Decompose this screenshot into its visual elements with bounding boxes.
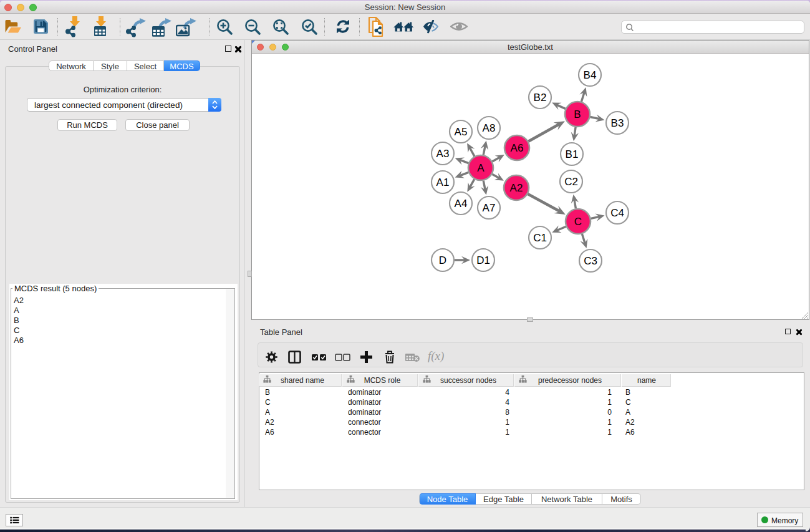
svg-text:C: C <box>574 216 582 228</box>
svg-text:D1: D1 <box>476 254 490 266</box>
svg-text:B1: B1 <box>566 148 579 160</box>
svg-text:C1: C1 <box>533 232 547 244</box>
svg-text:B4: B4 <box>584 69 597 81</box>
svg-text:A3: A3 <box>436 148 450 160</box>
svg-text:A8: A8 <box>483 122 496 134</box>
svg-text:A7: A7 <box>483 202 496 214</box>
svg-text:D: D <box>439 254 446 266</box>
svg-text:A4: A4 <box>455 198 468 210</box>
svg-text:C4: C4 <box>610 207 624 219</box>
svg-text:A: A <box>477 162 485 174</box>
svg-text:A6: A6 <box>511 142 524 154</box>
svg-text:C3: C3 <box>584 255 597 267</box>
svg-text:C2: C2 <box>564 176 578 188</box>
svg-text:B2: B2 <box>534 92 547 104</box>
svg-text:A1: A1 <box>436 177 450 188</box>
svg-text:A5: A5 <box>455 126 468 138</box>
svg-text:B: B <box>574 109 581 120</box>
svg-text:A2: A2 <box>510 182 523 194</box>
svg-text:B3: B3 <box>611 117 624 129</box>
